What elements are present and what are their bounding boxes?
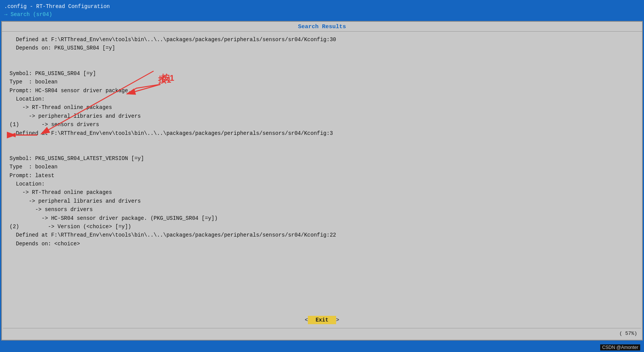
empty-3 [10,138,634,146]
search-label: → Search (sr04) [4,11,52,18]
result-line-22: -> HC-SR04 sensor driver package. (PKG_U… [10,214,634,222]
watermark: CSDN @Amonter [600,344,640,350]
result-line-5: Symbol: PKG_USING_SR04 [=y] [10,69,634,78]
results-area[interactable]: Defined at F:\RTThread_Env\env\tools\bin… [2,32,642,315]
exit-button[interactable]: Exit [308,316,336,324]
result-line-1: Defined at F:\RTThread_Env\env\tools\bin… [10,35,634,44]
result-line-10: -> peripheral libraries and drivers [10,112,634,120]
result-line-8: Location: [10,95,634,103]
result-line-25: Depends on: <choice> [10,240,634,248]
result-line-17: Prompt: latest [10,171,634,180]
sub-title: → Search (sr04) [4,11,640,19]
empty-1 [10,53,634,61]
scroll-percent: ( 57%) [619,331,637,336]
result-line-11: (1) -> sensors drivers [10,120,634,129]
result-line-20: -> peripheral libraries and drivers [10,197,634,205]
result-line-18: Location: [10,180,634,188]
right-bracket: > [336,317,339,323]
result-line-21: -> sensors drivers [10,205,634,214]
title-bar: .config - RT-Thread Configuration → Sear… [1,1,643,19]
empty-2 [10,61,634,69]
result-line-9: -> RT-Thread online packages [10,103,634,112]
main-content: Search Results Defined at F:\RTThread_En… [1,21,643,341]
search-results-header: Search Results [2,22,642,32]
main-title: .config - RT-Thread Configuration [4,3,640,11]
exit-button-wrap: < Exit > [305,316,339,324]
result-line-19: -> RT-Thread online packages [10,188,634,197]
result-line-24: Defined at F:\RTThread_Env\env\tools\bin… [10,231,634,239]
exit-row: < Exit > [2,314,642,326]
result-line-12: Defined at F:\RTThread_Env\env\tools\bin… [10,129,634,138]
result-line-2: Depends on: PKG_USING_SR04 [=y] [10,44,634,52]
bottom-bar: ( 57%) [3,328,641,339]
result-line-6: Type : boolean [10,78,634,86]
result-line-16: Type : boolean [10,163,634,171]
result-line-15: Symbol: PKG_USING_SR04_LATEST_VERSION [=… [10,154,634,163]
empty-4 [10,146,634,154]
left-bracket: < [305,317,308,323]
result-line-23: (2) -> Version (<choice> [=y]) [10,222,634,231]
result-line-7: Prompt: HC-SR04 sensor driver package. [10,86,634,95]
outer-frame: .config - RT-Thread Configuration → Sear… [0,0,644,352]
